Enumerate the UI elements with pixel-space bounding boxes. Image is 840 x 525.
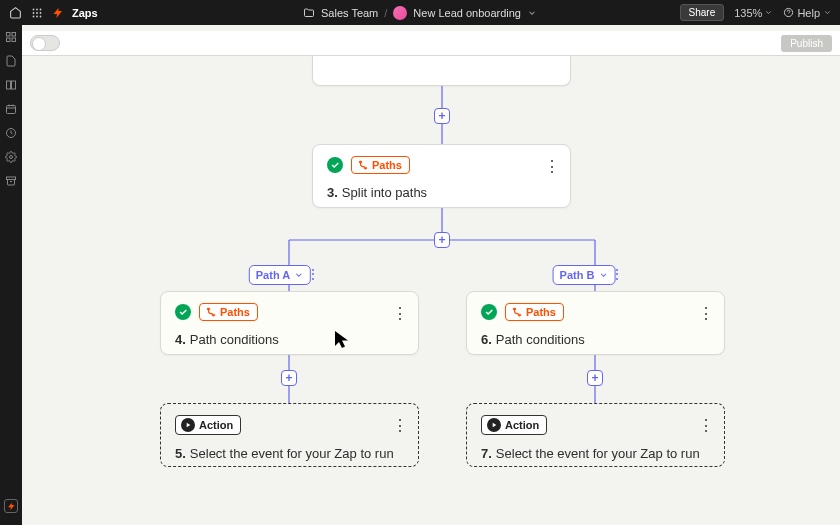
share-button[interactable]: Share — [680, 4, 725, 21]
check-icon — [327, 157, 343, 173]
path-a-conditions-node[interactable]: Paths 4.Path conditions ⋮ — [160, 291, 419, 355]
action-b-node[interactable]: Action 7.Select the event for your Zap t… — [466, 403, 725, 467]
add-step-button[interactable]: + — [281, 370, 297, 386]
split-node[interactable]: Paths 3.Split into paths ⋮ — [312, 144, 571, 208]
node-menu-button[interactable]: ⋮ — [392, 416, 408, 435]
svg-rect-13 — [12, 38, 16, 42]
svg-rect-14 — [7, 81, 11, 89]
svg-point-7 — [36, 15, 38, 17]
folder-name[interactable]: Sales Team — [321, 7, 378, 19]
doc-icon[interactable] — [5, 55, 17, 67]
zoom-level[interactable]: 135% — [734, 7, 773, 19]
avatar — [393, 6, 407, 20]
folder-icon — [303, 7, 315, 19]
help-button[interactable]: Help — [783, 7, 832, 19]
apps-icon[interactable] — [30, 6, 44, 20]
svg-point-0 — [33, 8, 35, 10]
add-step-button[interactable]: + — [587, 370, 603, 386]
path-b-menu[interactable]: ⋮ — [610, 266, 624, 282]
check-icon — [481, 304, 497, 320]
trigger-node-partial[interactable] — [312, 56, 571, 86]
app-header: Zaps Sales Team / New Lead onboarding Sh… — [0, 0, 840, 25]
node-menu-button[interactable]: ⋮ — [392, 304, 408, 323]
svg-point-6 — [33, 15, 35, 17]
canvas[interactable]: Publish + Paths 3.Split into paths ⋮ + P… — [22, 25, 840, 525]
path-a-menu[interactable]: ⋮ — [306, 266, 320, 282]
calendar-icon[interactable] — [5, 103, 17, 115]
paths-badge: Paths — [351, 156, 410, 174]
grid-icon[interactable] — [5, 31, 17, 43]
publish-button[interactable]: Publish — [781, 35, 832, 52]
action-a-node[interactable]: Action 5.Select the event for your Zap t… — [160, 403, 419, 467]
svg-point-1 — [36, 8, 38, 10]
svg-point-5 — [40, 12, 42, 14]
svg-rect-12 — [7, 38, 11, 42]
mouse-cursor — [334, 330, 352, 350]
workflow-name[interactable]: New Lead onboarding — [413, 7, 521, 19]
svg-rect-15 — [12, 81, 16, 89]
add-step-button[interactable]: + — [434, 232, 450, 248]
svg-point-2 — [40, 8, 42, 10]
node-menu-button[interactable]: ⋮ — [698, 304, 714, 323]
path-b-label[interactable]: Path B — [553, 265, 616, 285]
svg-point-18 — [10, 156, 13, 159]
chevron-down-icon[interactable] — [527, 8, 537, 18]
app-title: Zaps — [72, 7, 98, 19]
zap-bolt-icon — [52, 7, 64, 19]
add-step-button[interactable]: + — [434, 108, 450, 124]
svg-rect-16 — [7, 106, 16, 114]
brand-badge[interactable] — [4, 499, 18, 513]
path-b-conditions-node[interactable]: Paths 6.Path conditions ⋮ — [466, 291, 725, 355]
canvas-toolbar: Publish — [22, 31, 840, 56]
check-icon — [175, 304, 191, 320]
home-icon[interactable] — [8, 6, 22, 20]
action-badge: Action — [481, 415, 547, 435]
svg-rect-10 — [7, 33, 11, 37]
path-a-label[interactable]: Path A — [249, 265, 311, 285]
node-menu-button[interactable]: ⋮ — [698, 416, 714, 435]
svg-rect-11 — [12, 33, 16, 37]
gear-icon[interactable] — [5, 151, 17, 163]
left-sidebar — [0, 25, 22, 525]
action-badge: Action — [175, 415, 241, 435]
node-menu-button[interactable]: ⋮ — [544, 157, 560, 176]
split-icon[interactable] — [5, 79, 17, 91]
svg-point-8 — [40, 15, 42, 17]
enable-toggle[interactable] — [30, 35, 60, 51]
paths-badge: Paths — [505, 303, 564, 321]
svg-point-3 — [33, 12, 35, 14]
svg-rect-19 — [7, 177, 16, 180]
clock-icon[interactable] — [5, 127, 17, 139]
paths-badge: Paths — [199, 303, 258, 321]
svg-point-4 — [36, 12, 38, 14]
archive-icon[interactable] — [5, 175, 17, 187]
